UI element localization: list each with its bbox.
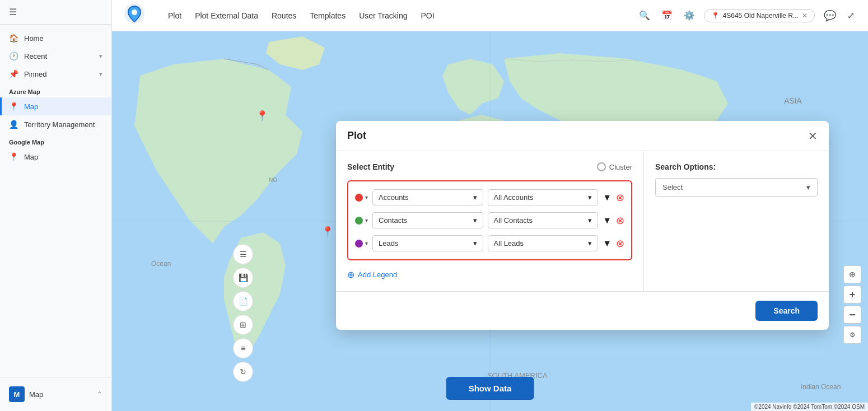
modal-title: Plot — [347, 130, 366, 142]
search-nav-icon[interactable]: 🔍 — [637, 8, 652, 23]
modal-header: Plot ✕ — [336, 121, 829, 151]
sidebar-item-recent[interactable]: 🕐 Recent ▾ — [0, 47, 111, 65]
sidebar-item-label: Territory Management — [24, 120, 95, 129]
add-legend-button[interactable]: ⊕ Add Legend — [347, 269, 632, 280]
clear-address-icon[interactable]: ✕ — [802, 12, 808, 20]
all-contacts-chevron: ▾ — [588, 216, 592, 225]
map-area: 📍 📍 📍 📍 ASIA SOUTH AMERICA Indian Ocean … — [112, 31, 868, 411]
nav-poi[interactable]: POI — [421, 11, 435, 20]
accounts-chevron-icon: ▾ — [473, 193, 477, 202]
all-accounts-view-select[interactable]: All Accounts ▾ — [488, 189, 599, 206]
remove-accounts-icon[interactable]: ⊗ — [616, 193, 624, 203]
search-options-select[interactable]: Select ▾ — [655, 178, 818, 197]
contacts-select-label: Contacts — [379, 216, 407, 225]
settings-icon[interactable]: ⚙️ — [682, 8, 697, 23]
topnav: Plot Plot External Data Routes Templates… — [112, 0, 868, 31]
sidebar-bottom-map[interactable]: M Map ⌃ — [4, 382, 107, 407]
expand-icon[interactable]: ⤢ — [845, 8, 857, 23]
modal-body: Select Entity Cluster — [336, 151, 829, 291]
modal-left-panel: Select Entity Cluster — [336, 151, 644, 291]
chat-icon[interactable]: 💬 — [822, 7, 838, 24]
contacts-chevron-icon: ▾ — [473, 216, 477, 225]
bottom-map-label: Map — [29, 390, 43, 399]
clock-icon: 🕐 — [9, 52, 18, 60]
cluster-label: Cluster — [609, 163, 632, 171]
sidebar: ☰ 🏠 Home 🕐 Recent ▾ 📌 Pinned ▾ Azure Map… — [0, 0, 112, 411]
plot-modal: Plot ✕ Select Entity Cluster — [336, 121, 829, 330]
app-logo — [123, 2, 150, 29]
filter-contacts-icon[interactable]: ▼ — [603, 216, 612, 226]
all-accounts-label: All Accounts — [494, 193, 534, 202]
entity-row-leads: ▾ Leads ▾ All Leads ▾ — [353, 232, 627, 255]
address-text: 4S645 Old Naperville R... — [723, 12, 799, 20]
purple-pin-dot — [355, 240, 363, 247]
pin-chevron-accounts: ▾ — [365, 194, 368, 200]
green-pin-dot — [355, 217, 363, 225]
sidebar-item-azure-map[interactable]: 📍 Map — [0, 97, 111, 115]
hamburger-icon[interactable]: ☰ — [9, 7, 17, 17]
all-contacts-view-select[interactable]: All Contacts ▾ — [488, 212, 599, 228]
sidebar-header: ☰ — [0, 0, 111, 25]
main-content: Plot Plot External Data Routes Templates… — [112, 0, 868, 411]
cluster-option[interactable]: Cluster — [597, 162, 632, 171]
azure-map-section: Azure Map — [0, 83, 111, 97]
google-map-icon: 📍 — [9, 152, 18, 161]
pin-chevron-leads: ▾ — [365, 240, 368, 246]
sidebar-item-label: Map — [24, 102, 38, 111]
entity-row-accounts: ▾ Accounts ▾ All Accounts ▾ — [353, 186, 627, 209]
sidebar-item-google-map[interactable]: 📍 Map — [0, 148, 111, 166]
filter-leads-icon[interactable]: ▼ — [603, 239, 612, 249]
search-options-label: Search Options: — [655, 162, 818, 171]
pin-selector-leads[interactable]: ▾ — [355, 240, 368, 247]
sidebar-item-pinned[interactable]: 📌 Pinned ▾ — [0, 65, 111, 83]
svg-point-1 — [132, 10, 137, 15]
home-icon: 🏠 — [9, 34, 18, 43]
accounts-entity-select[interactable]: Accounts ▾ — [372, 189, 483, 206]
sidebar-item-home[interactable]: 🏠 Home — [0, 29, 111, 47]
nav-routes[interactable]: Routes — [272, 11, 296, 20]
sidebar-item-label: Map — [24, 153, 38, 161]
google-map-section: Google Map — [0, 133, 111, 148]
nav-plot[interactable]: Plot — [168, 11, 181, 20]
select-entity-label: Select Entity — [347, 162, 394, 171]
accounts-select-label: Accounts — [379, 193, 408, 202]
territory-icon: 👤 — [9, 120, 18, 129]
search-select-value: Select — [662, 183, 683, 192]
nav-templates[interactable]: Templates — [310, 11, 346, 20]
remove-leads-icon[interactable]: ⊗ — [616, 239, 624, 249]
modal-overlay: Plot ✕ Select Entity Cluster — [112, 31, 868, 411]
all-leads-chevron: ▾ — [588, 239, 592, 247]
sidebar-item-label: Recent — [24, 52, 47, 60]
filter-accounts-icon[interactable]: ▼ — [603, 193, 612, 203]
leads-entity-select[interactable]: Leads ▾ — [372, 235, 483, 251]
sidebar-item-label: Home — [24, 34, 44, 43]
pin-selector-accounts[interactable]: ▾ — [355, 194, 368, 202]
nav-plot-external[interactable]: Plot External Data — [195, 11, 258, 20]
address-pill[interactable]: 📍 4S645 Old Naperville R... ✕ — [704, 9, 815, 22]
expand-recent-icon: ▾ — [99, 53, 102, 60]
all-accounts-chevron: ▾ — [588, 193, 592, 202]
pin-icon: 📌 — [9, 69, 18, 78]
contacts-entity-select[interactable]: Contacts ▾ — [372, 212, 483, 228]
pin-selector-contacts[interactable]: ▾ — [355, 217, 368, 225]
search-button[interactable]: Search — [755, 301, 818, 321]
modal-footer: Search — [336, 291, 829, 330]
all-leads-view-select[interactable]: All Leads ▾ — [488, 235, 599, 251]
sidebar-item-territory[interactable]: 👤 Territory Management — [0, 115, 111, 133]
calendar-icon[interactable]: 📅 — [659, 8, 675, 23]
map-pin-icon: 📍 — [9, 102, 18, 111]
search-select-chevron: ▾ — [806, 183, 810, 192]
leads-select-label: Leads — [379, 239, 398, 247]
bottom-expand-icon: ⌃ — [97, 390, 102, 398]
entity-row-contacts: ▾ Contacts ▾ All Contacts ▾ — [353, 209, 627, 232]
sidebar-bottom: M Map ⌃ — [0, 377, 111, 411]
sidebar-item-label: Pinned — [24, 70, 46, 78]
modal-right-panel: Search Options: Select ▾ — [644, 151, 829, 291]
modal-close-button[interactable]: ✕ — [808, 130, 818, 142]
nav-user-tracking[interactable]: User Tracking — [359, 11, 407, 20]
cluster-radio[interactable] — [597, 162, 606, 171]
remove-contacts-icon[interactable]: ⊗ — [616, 216, 624, 226]
nav-icons: 🔍 📅 ⚙️ 📍 4S645 Old Naperville R... ✕ 💬 ⤢ — [637, 7, 857, 24]
leads-chevron-icon: ▾ — [473, 239, 477, 247]
map-badge: M — [9, 386, 25, 402]
